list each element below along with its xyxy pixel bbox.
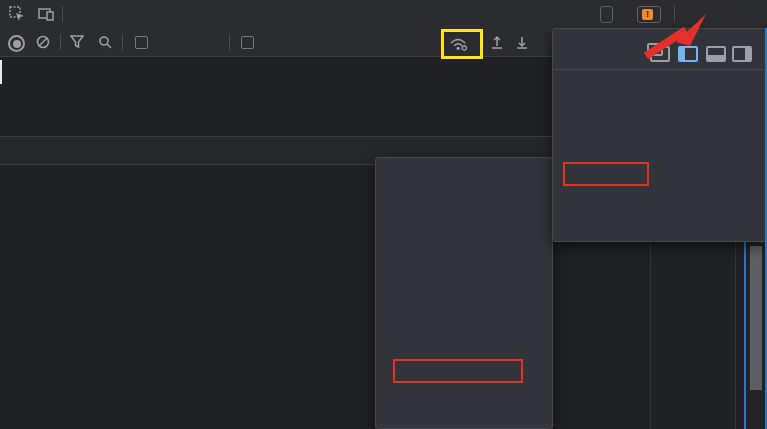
overview-left-handle[interactable] [0,60,2,84]
disable-cache-checkbox[interactable] [241,36,254,49]
device-toolbar-icon[interactable] [38,6,54,22]
more-tools-submenu [375,157,553,429]
more-tabs-icon[interactable] [578,0,586,28]
divider [62,6,63,22]
divider [60,34,61,50]
inspect-element-icon[interactable] [9,6,25,22]
filter-icon[interactable] [70,35,84,49]
close-icon[interactable] [739,4,755,20]
annotation-redbox-network-conditions [393,359,523,383]
import-har-icon[interactable] [490,35,504,49]
preserve-log-checkbox[interactable] [135,36,148,49]
clear-network-log-icon[interactable] [36,35,50,49]
annotation-yellow-box [441,29,483,59]
export-har-icon[interactable] [515,35,529,49]
warnings-badge[interactable] [600,6,613,23]
search-icon[interactable] [98,35,112,49]
devtools-window: ! [0,0,767,429]
menu-separator [553,69,766,70]
dock-right-button[interactable] [732,46,752,62]
divider [122,34,123,50]
record-network-log-button[interactable] [8,35,25,52]
annotation-arrow [638,8,718,60]
scrollbar-thumb[interactable] [750,246,762,390]
annotation-redbox-more-tools [563,162,649,186]
divider [229,34,230,50]
customize-devtools-menu [552,28,767,242]
